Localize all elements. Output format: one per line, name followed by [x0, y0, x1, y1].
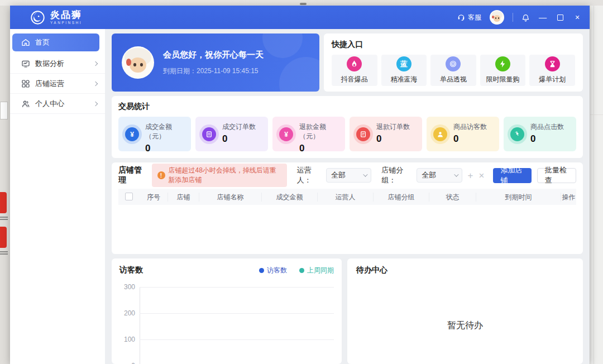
warning-text: 店铺超过48小时会掉线，掉线后请重新添加店铺	[169, 166, 281, 185]
operator-select-value: 全部	[331, 170, 363, 180]
click-icon	[510, 127, 524, 141]
legend-item-last-week[interactable]: 上周同期	[299, 266, 334, 275]
titlebar: 炎品狮 YANPINSHI 客服	[10, 6, 590, 29]
group-select[interactable]: 全部	[417, 168, 462, 183]
column-header: 店铺名称	[199, 193, 261, 202]
sidebar: 首页 数据分析	[10, 29, 105, 364]
visitor-chart-card: 访客数 访客数 上周同期	[112, 258, 342, 364]
visitor-chart-title: 访客数	[119, 265, 143, 275]
chart-legend: 访客数 上周同期	[259, 266, 334, 275]
home-icon	[21, 38, 30, 47]
visitor-icon	[433, 127, 447, 141]
y-tick: 300	[119, 283, 334, 291]
todo-empty-text: 暂无待办	[347, 320, 583, 332]
quick-entry-label: 单品透视	[440, 75, 467, 84]
hourglass-icon	[545, 56, 560, 71]
quick-entry-card: 快捷入口 抖音爆品 蓝 精准蓝海	[324, 33, 583, 92]
add-group-button[interactable]: +	[468, 171, 473, 180]
quick-entry-hot-order-plan[interactable]: 爆单计划	[529, 55, 575, 86]
column-header: 序号	[140, 193, 168, 202]
notification-bell-icon[interactable]	[521, 13, 530, 22]
quick-entry-label: 抖音爆品	[341, 75, 368, 84]
customer-service-button[interactable]: 客服	[457, 13, 481, 22]
stat-card-refund-orders: 退款订单数 0	[350, 117, 422, 151]
todo-center-card: 待办中心 暂无待办	[347, 258, 583, 364]
stat-label: 成交订单数	[222, 122, 264, 132]
app-window: 炎品狮 YANPINSHI 客服	[10, 6, 590, 364]
column-header: 状态	[429, 193, 476, 202]
sidebar-item-label: 店铺运营	[35, 79, 89, 89]
member-card: 会员您好，祝你开心每一天 到期日期：2025-11-09 15:45:15	[112, 33, 319, 92]
logo-lion-swirl-icon	[30, 10, 45, 25]
operator-select[interactable]: 全部	[326, 168, 371, 183]
data-analysis-icon	[21, 59, 30, 68]
column-header: 成交金额	[261, 193, 317, 202]
stat-card-refund-amount: ¥ 退款金额（元） 0	[272, 117, 345, 151]
y-axis-line	[140, 287, 140, 364]
quick-entry-blue-ocean[interactable]: 蓝 精准蓝海	[381, 55, 427, 86]
shop-management-card: 店铺管理 ! 店铺超过48小时会掉线，掉线后请重新添加店铺 运营人： 全部 店铺…	[112, 162, 583, 254]
column-header: 操作	[561, 193, 576, 202]
stat-label: 退款订单数	[376, 122, 418, 132]
legend-label: 上周同期	[307, 266, 334, 275]
warning-icon: !	[157, 171, 165, 179]
quick-entry-label: 精准蓝海	[390, 75, 417, 84]
quick-entry-item-perspective[interactable]: 单品透视	[430, 55, 476, 86]
minimize-button[interactable]: —	[538, 13, 547, 22]
column-header: 到期时间	[476, 193, 561, 202]
yuan-icon: ¥	[125, 127, 139, 141]
blue-ocean-icon: 蓝	[396, 56, 411, 71]
user-avatar[interactable]	[490, 10, 504, 25]
legend-dot-icon	[259, 268, 264, 273]
chevron-down-icon	[454, 172, 458, 176]
column-header: 店铺分组	[373, 193, 429, 202]
headset-icon	[457, 13, 465, 21]
stat-label: 商品点击数	[530, 122, 572, 132]
perspective-rings-icon	[446, 56, 461, 71]
refund-order-icon	[356, 127, 370, 141]
shop-table-header: 序号 店铺 店铺名称 成交金额 运营人 店铺分组 状态 到期时间 操作	[118, 189, 576, 205]
sidebar-item-user-center[interactable]: 个人中心	[10, 94, 105, 114]
stat-value: 0	[222, 133, 264, 145]
y-tick: 100	[119, 336, 334, 343]
close-button[interactable]: ×	[573, 13, 582, 22]
todo-center-title: 待办中心	[356, 265, 574, 275]
app-name: 炎品狮	[50, 10, 82, 20]
chevron-down-icon	[363, 172, 368, 176]
desktop-screen: 炎品狮 YANPINSHI 客服	[0, 0, 603, 364]
maximize-button[interactable]	[556, 13, 564, 22]
stat-label: 退款金额（元）	[299, 122, 341, 141]
desktop-app-icon[interactable]	[0, 192, 7, 213]
stat-value: 0	[145, 143, 186, 154]
sidebar-item-home[interactable]: 首页	[12, 33, 99, 51]
flame-icon	[347, 56, 362, 71]
sidebar-item-label: 首页	[35, 37, 92, 47]
batch-check-button[interactable]: 批量检查	[537, 168, 576, 183]
expiry-label: 到期日期：	[163, 67, 197, 75]
lightning-icon	[495, 56, 510, 71]
member-avatar	[122, 46, 154, 79]
transaction-stats-card: 交易统计 ¥ 成交金额（元） 0 成交订单数 0	[112, 96, 583, 158]
select-all-checkbox[interactable]	[125, 193, 133, 200]
quick-entry-flash-sale[interactable]: 限时限量购	[480, 55, 526, 86]
stat-value: 0	[453, 133, 495, 145]
stat-card-product-clicks: 商品点击数 0	[504, 117, 576, 151]
sidebar-item-shop-operations[interactable]: 店铺运营	[10, 74, 105, 94]
sidebar-item-data-analysis[interactable]: 数据分析	[10, 54, 105, 74]
desktop-app-icon[interactable]	[0, 227, 7, 248]
legend-item-visitors[interactable]: 访客数	[259, 266, 287, 275]
add-shop-button[interactable]: 添加店铺	[493, 168, 531, 183]
desktop-file-icon[interactable]	[0, 102, 8, 119]
quick-entry-douyin-hot[interactable]: 抖音爆品	[332, 55, 377, 86]
stat-label: 成交金额（元）	[145, 122, 186, 141]
group-select-value: 全部	[422, 170, 453, 180]
desktop-icon-label	[0, 215, 8, 220]
line-chart-plot-area: 300 200 100 0	[119, 283, 334, 364]
remove-group-button[interactable]: ×	[479, 171, 485, 180]
sidebar-item-label: 数据分析	[35, 59, 89, 69]
quick-entry-label: 限时限量购	[486, 75, 520, 84]
expiry-value: 2025-11-09 15:45:15	[197, 67, 259, 75]
stat-card-deal-amount: ¥ 成交金额（元） 0	[118, 117, 191, 151]
main-content: 会员您好，祝你开心每一天 到期日期：2025-11-09 15:45:15 快捷…	[105, 29, 590, 364]
background-window-strip	[0, 0, 603, 6]
